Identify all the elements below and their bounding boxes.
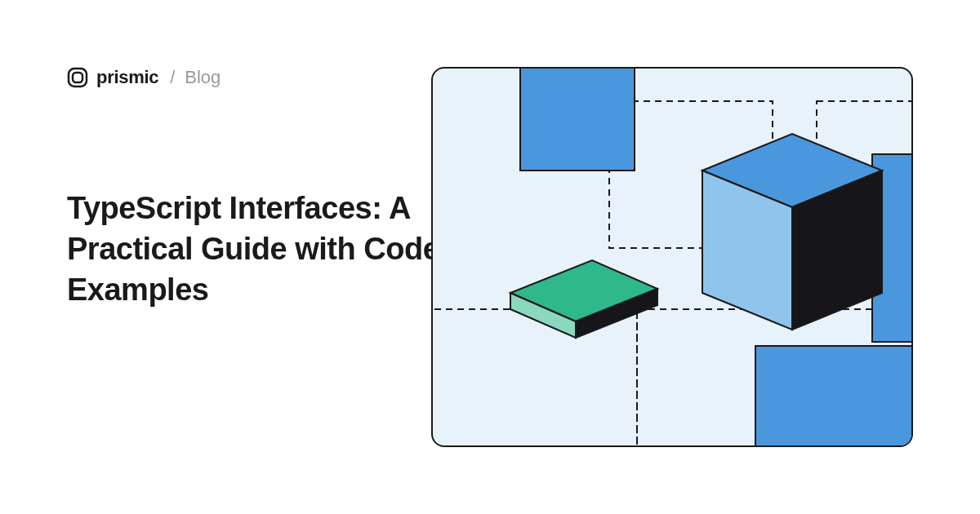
svg-rect-3: [433, 309, 637, 447]
svg-rect-6: [520, 69, 635, 171]
breadcrumb-section: Blog: [185, 67, 220, 88]
breadcrumb: prismic / Blog: [67, 67, 220, 88]
prismic-logo-icon: [67, 67, 88, 88]
breadcrumb-separator: /: [170, 67, 175, 88]
brand-name: prismic: [96, 67, 158, 88]
svg-rect-0: [69, 69, 87, 86]
svg-rect-1: [73, 73, 82, 82]
page-title: TypeScript Interfaces: A Practical Guide…: [67, 188, 443, 310]
svg-rect-8: [755, 346, 913, 447]
hero-illustration: [431, 67, 913, 447]
